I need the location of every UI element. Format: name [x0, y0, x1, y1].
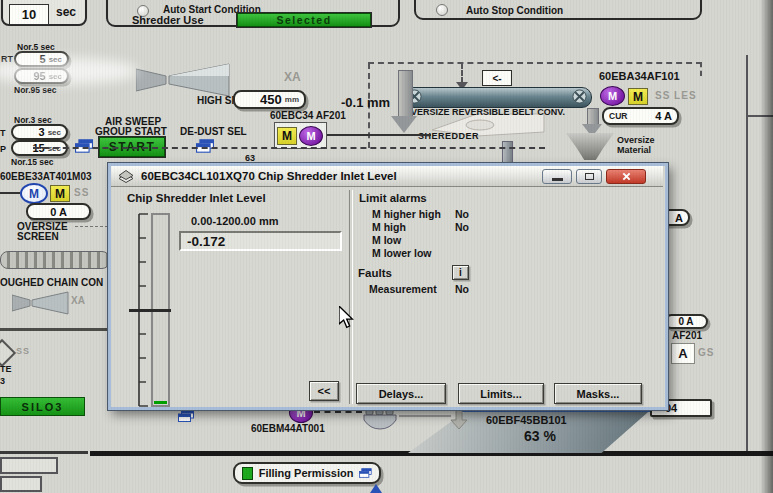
belt-label: OVERSIZE REVERSIBLE BELT CONV. — [404, 107, 565, 117]
fragment-te: TE — [0, 364, 12, 374]
group-boundary-line — [33, 147, 545, 149]
minimize-button[interactable] — [542, 169, 572, 184]
shredder-motor-yellow-text: M — [282, 129, 292, 143]
af201-current-field[interactable]: 0 A — [664, 314, 708, 329]
flow-arrow-shaft — [398, 70, 413, 120]
shredder-use-selected-button[interactable]: Selected — [237, 13, 371, 27]
belt-reverse-text: <- — [492, 73, 501, 84]
oversize-hopper-icon — [566, 133, 614, 160]
air-sweep-line2: GROUP START — [95, 126, 167, 137]
xa-left-label: XA — [71, 295, 85, 306]
window-icon-group-start[interactable] — [75, 139, 93, 153]
shredder-motor-purple-text: M — [306, 130, 315, 142]
alarm-row-value: No — [455, 221, 469, 233]
nor15-label: Nor.15 sec — [11, 157, 54, 167]
silo-bin[interactable]: 60EBF45BB101 63 % — [408, 412, 653, 453]
alarm-row-value: No — [455, 208, 469, 220]
bottom-left-box1 — [0, 457, 58, 474]
af101-status-text: SS LES — [655, 90, 697, 101]
screen-motor-blue-text: M — [29, 187, 39, 201]
af101-motor-purple-text: M — [608, 90, 617, 102]
limits-button-text: Limits... — [480, 388, 522, 400]
fragment-3: 3 — [0, 376, 5, 386]
silo-ss-text: SS — [16, 346, 30, 356]
timer-10sec-value-box: 10 — [9, 4, 49, 25]
t-3sec-field[interactable]: 3 sec — [11, 124, 68, 140]
high-sp-value: 450 — [260, 92, 282, 107]
af101-motor-yellow-text: M — [633, 90, 643, 104]
dialog-left-header: Chip Shredder Inlet Level — [127, 192, 266, 204]
t-3sec-unit: sec — [48, 128, 61, 137]
limits-button[interactable]: Limits... — [458, 383, 544, 404]
up-arrow-icon — [370, 484, 382, 493]
shredder-motor-purple[interactable]: M — [299, 126, 323, 146]
high-sp-field[interactable]: 450 mm — [233, 90, 306, 109]
af101-current-field[interactable]: CUR 4 A — [602, 107, 679, 125]
dialog-section-divider — [349, 190, 353, 404]
dashed-border-right-stub — [700, 62, 702, 76]
shredder-motor-group: M M — [274, 122, 327, 149]
af101-motor-yellow[interactable]: M — [628, 88, 648, 105]
auto-start-panel: Auto Start Condition Shredder Use Select… — [106, 0, 400, 27]
filling-permission-indicator — [242, 467, 253, 480]
nor95-label: Nor.95 sec — [14, 85, 57, 95]
measurement-label: Measurement — [369, 283, 437, 295]
maximize-button[interactable] — [576, 169, 602, 184]
tag-60ebe33at401m03: 60EBE33AT401M03 — [0, 171, 92, 182]
filling-permission-button[interactable]: Filling Permission — [233, 462, 381, 484]
screen-motor-yellow[interactable]: M — [50, 185, 70, 202]
level-value-field[interactable]: -0.172 — [179, 231, 342, 251]
dashed-border-top — [368, 62, 702, 64]
maximize-icon — [585, 173, 594, 180]
timer-10sec-box[interactable]: 10 sec — [1, 0, 87, 26]
belt-conveyor[interactable] — [404, 87, 592, 108]
bottom-left-box2 — [0, 476, 42, 492]
delays-button[interactable]: Delays... — [356, 383, 446, 404]
window-icon-de-dust[interactable] — [196, 139, 214, 153]
high-sp-label: HIGH SP — [197, 95, 238, 106]
window-icon-filling — [359, 467, 372, 479]
shredder-use-selected-text: Selected — [276, 14, 331, 26]
dialog-title-icon — [117, 169, 135, 184]
chain-funnel-icon — [12, 290, 70, 316]
silo3-text: SILO3 — [22, 401, 64, 413]
collapse-button[interactable]: << — [309, 381, 339, 401]
level-setpoint-marker[interactable] — [129, 309, 171, 312]
af201-gs-text: GS — [698, 347, 714, 358]
screen-dashed-link — [75, 226, 108, 227]
right-current-fragment-text: A — [675, 212, 683, 224]
tag-60ebm44at001: 60EBM44AT001 — [251, 423, 325, 434]
shredder-motor-yellow[interactable]: M — [277, 127, 297, 145]
left-divider — [0, 328, 107, 331]
screen-current-field[interactable]: 0 A — [26, 203, 91, 220]
auto-stop-radio[interactable] — [436, 4, 448, 16]
masks-button[interactable]: Masks... — [554, 383, 642, 404]
faults-info-text: i — [459, 267, 462, 278]
window-icon-small-left[interactable] — [178, 410, 194, 422]
alarm-row-label: M low — [372, 234, 401, 246]
af101-motor-purple[interactable]: M — [600, 86, 625, 106]
alarm-row-label: M higher high — [372, 208, 441, 220]
af201-tag: AF201 — [672, 330, 702, 341]
deviation-value: -0.1 mm — [341, 95, 390, 110]
level-value-text: -0.172 — [181, 234, 225, 249]
fragment-63: 63 — [245, 153, 255, 163]
auto-stop-label: Auto Stop Condition — [466, 5, 563, 16]
bottom-black-band-left — [0, 451, 88, 454]
close-button[interactable] — [606, 169, 646, 184]
screen-motor-blue[interactable]: M — [20, 183, 48, 204]
flow-arrow-head — [391, 116, 417, 133]
oversize-material-line2: Material — [617, 145, 651, 155]
belt-reverse-button[interactable]: <- — [482, 70, 512, 86]
t3-prefix: T — [0, 128, 6, 138]
shredder-label: SHEREDDER — [418, 131, 479, 141]
af201-a-box[interactable]: A — [671, 343, 695, 364]
faults-info-button[interactable]: i — [452, 265, 469, 280]
level-bar-fill — [154, 401, 167, 404]
xa-top-label: XA — [284, 70, 301, 84]
mouse-cursor — [339, 306, 355, 330]
screen-ss-text: SS — [74, 187, 89, 198]
belt-wheel-right-icon — [572, 89, 587, 104]
filling-permission-text: Filling Permission — [259, 467, 354, 479]
silo3-banner[interactable]: SILO3 — [0, 397, 85, 416]
